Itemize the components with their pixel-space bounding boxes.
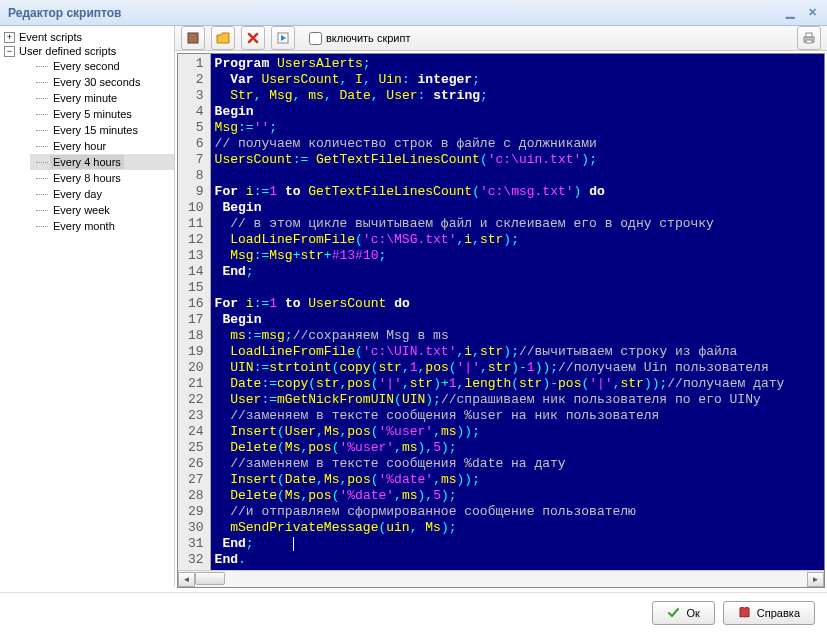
tree-leaf[interactable]: Every minute bbox=[30, 90, 174, 106]
horizontal-scrollbar[interactable]: ◄ ► bbox=[178, 570, 824, 587]
code-area[interactable]: Program UsersAlerts; Var UsersCount, I, … bbox=[211, 54, 824, 570]
tree-leaf[interactable]: Every day bbox=[30, 186, 174, 202]
folder-icon bbox=[216, 31, 230, 45]
scroll-track[interactable] bbox=[195, 572, 807, 587]
help-button[interactable]: Справка bbox=[723, 601, 815, 625]
collapse-icon[interactable]: − bbox=[4, 46, 15, 57]
tree-leaf-label: Every second bbox=[50, 59, 123, 73]
tree-leaf-label: Every 8 hours bbox=[50, 171, 124, 185]
stop-button[interactable] bbox=[181, 26, 205, 50]
scroll-thumb[interactable] bbox=[195, 572, 225, 585]
tree-leaf[interactable]: Every month bbox=[30, 218, 174, 234]
scroll-right-button[interactable]: ► bbox=[807, 572, 824, 587]
code-editor[interactable]: 1234567891011121314151617181920212223242… bbox=[177, 53, 825, 588]
tree-leaf-label: Every 15 minutes bbox=[50, 123, 141, 137]
tree-node[interactable]: +Event scripts bbox=[0, 30, 174, 44]
titlebar: Редактор скриптов ▁ ✕ bbox=[0, 0, 827, 26]
ok-button[interactable]: Ок bbox=[652, 601, 714, 625]
help-label: Справка bbox=[757, 607, 800, 619]
enable-script-input[interactable] bbox=[309, 32, 322, 45]
tree-leaf[interactable]: Every week bbox=[30, 202, 174, 218]
tree-node-label: Event scripts bbox=[19, 31, 82, 43]
tree-leaf-label: Every hour bbox=[50, 139, 109, 153]
minimize-button[interactable]: ▁ bbox=[783, 6, 797, 20]
svg-rect-0 bbox=[188, 33, 198, 43]
toolbar: включить скрипт bbox=[175, 26, 827, 51]
scroll-left-button[interactable]: ◄ bbox=[178, 572, 195, 587]
svg-rect-3 bbox=[806, 33, 812, 37]
ok-label: Ок bbox=[686, 607, 699, 619]
tree-leaf[interactable]: Every 15 minutes bbox=[30, 122, 174, 138]
sidebar: +Event scripts−User defined scriptsEvery… bbox=[0, 26, 175, 586]
tree-leaf[interactable]: Every hour bbox=[30, 138, 174, 154]
tree-leaf[interactable]: Every 4 hours bbox=[30, 154, 174, 170]
tree-node[interactable]: −User defined scripts bbox=[0, 44, 174, 58]
check-icon bbox=[667, 606, 680, 619]
svg-rect-4 bbox=[806, 40, 812, 43]
tree-leaf[interactable]: Every 5 minutes bbox=[30, 106, 174, 122]
tree-leaf-label: Every 30 seconds bbox=[50, 75, 143, 89]
close-button[interactable]: ✕ bbox=[805, 6, 819, 20]
enable-script-checkbox[interactable]: включить скрипт bbox=[309, 32, 410, 45]
tree-leaf-label: Every 5 minutes bbox=[50, 107, 135, 121]
enable-script-label: включить скрипт bbox=[326, 32, 410, 44]
tree-leaf-label: Every 4 hours bbox=[50, 155, 124, 169]
tree-leaf-label: Every week bbox=[50, 203, 113, 217]
tree-leaf-label: Every month bbox=[50, 219, 118, 233]
delete-button[interactable] bbox=[241, 26, 265, 50]
window-title: Редактор скриптов bbox=[8, 6, 121, 20]
tree-leaf[interactable]: Every 8 hours bbox=[30, 170, 174, 186]
tree-node-label: User defined scripts bbox=[19, 45, 116, 57]
print-button[interactable] bbox=[797, 26, 821, 50]
tree-leaf[interactable]: Every 30 seconds bbox=[30, 74, 174, 90]
tree-leaf-label: Every minute bbox=[50, 91, 120, 105]
run-button[interactable] bbox=[271, 26, 295, 50]
footer: Ок Справка bbox=[0, 592, 827, 632]
book-icon bbox=[738, 606, 751, 619]
open-button[interactable] bbox=[211, 26, 235, 50]
expand-icon[interactable]: + bbox=[4, 32, 15, 43]
stop-icon bbox=[186, 31, 200, 45]
delete-icon bbox=[246, 31, 260, 45]
tree-leaf-label: Every day bbox=[50, 187, 105, 201]
line-gutter: 1234567891011121314151617181920212223242… bbox=[178, 54, 211, 570]
run-icon bbox=[276, 31, 290, 45]
print-icon bbox=[802, 31, 816, 45]
tree-leaf[interactable]: Every second bbox=[30, 58, 174, 74]
